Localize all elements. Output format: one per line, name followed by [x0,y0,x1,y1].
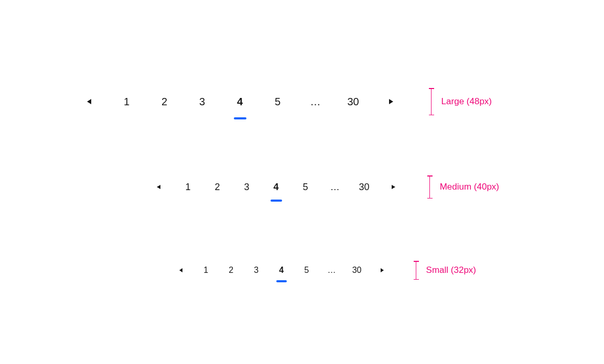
caret-left-icon [157,185,160,189]
page-1[interactable]: 1 [174,177,203,197]
prev-button[interactable] [70,89,108,114]
prev-button[interactable] [144,177,174,197]
size-label-large: Large (48px) [441,96,492,107]
page-5[interactable]: 5 [294,262,319,279]
page-last[interactable]: 30 [344,262,370,279]
pagination-large: 1 2 3 4 5 … 30 [70,89,410,114]
pagination-row-small: 1 2 3 4 5 … 30 Small (32px) [168,261,476,280]
page-2[interactable]: 2 [203,177,232,197]
page-5[interactable]: 5 [291,177,320,197]
caret-right-icon [389,99,393,104]
caret-right-icon [381,268,384,272]
page-3[interactable]: 3 [232,177,262,197]
page-ellipsis: … [320,177,350,197]
page-last[interactable]: 30 [350,177,379,197]
pagination-small: 1 2 3 4 5 … 30 [168,262,395,279]
page-3[interactable]: 3 [244,262,269,279]
size-guide-small: Small (32px) [414,261,476,280]
page-5[interactable]: 5 [259,89,297,114]
measure-bracket-icon [429,88,434,115]
measure-bracket-icon [427,175,433,198]
page-1[interactable]: 1 [193,262,219,279]
page-1[interactable]: 1 [108,89,146,114]
next-button[interactable] [372,89,410,114]
caret-left-icon [87,99,91,104]
page-4-current[interactable]: 4 [262,177,291,197]
page-last[interactable]: 30 [335,89,372,114]
size-label-small: Small (32px) [426,265,476,275]
page-ellipsis: … [319,262,344,279]
pagination-row-large: 1 2 3 4 5 … 30 Large (48px) [70,88,492,115]
next-button[interactable] [370,262,395,279]
page-2[interactable]: 2 [146,89,184,114]
size-guide-medium: Medium (40px) [427,175,499,198]
prev-button[interactable] [168,262,193,279]
size-guide-large: Large (48px) [429,88,492,115]
size-label-medium: Medium (40px) [440,182,499,192]
page-4-current[interactable]: 4 [221,89,259,114]
next-button[interactable] [379,177,408,197]
pagination-row-medium: 1 2 3 4 5 … 30 Medium (40px) [144,175,499,198]
caret-right-icon [392,185,395,189]
measure-bracket-icon [414,261,419,280]
page-2[interactable]: 2 [219,262,244,279]
pagination-medium: 1 2 3 4 5 … 30 [144,177,408,197]
page-3[interactable]: 3 [184,89,221,114]
page-4-current[interactable]: 4 [269,262,294,279]
caret-left-icon [179,268,182,272]
page-ellipsis: … [297,89,335,114]
